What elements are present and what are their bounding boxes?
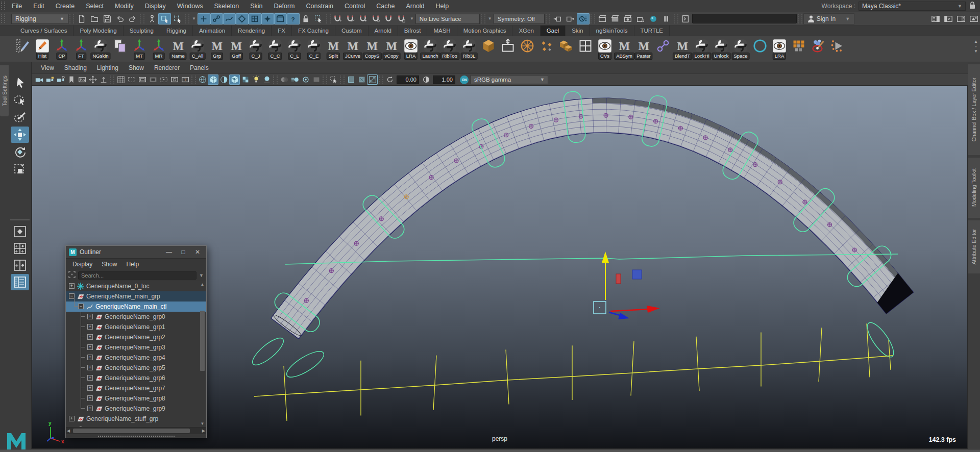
construction-history-icon[interactable] xyxy=(577,13,590,24)
shelf-button-copys[interactable]: MM CopyS xyxy=(362,37,382,61)
outliner-persp-layout[interactable] xyxy=(11,274,29,290)
use-default-material-icon[interactable] xyxy=(240,74,251,85)
search-input[interactable] xyxy=(78,271,197,280)
colorspace-dropdown[interactable]: sRGB gamma▼ xyxy=(471,75,548,84)
wireframe-icon[interactable] xyxy=(197,74,208,85)
outliner-item-generiquename_grp8[interactable]: +GeneriqueName_grp8 xyxy=(66,393,206,404)
outliner-item-generiquename_grp0[interactable]: +GeneriqueName_grp0 xyxy=(66,312,206,322)
undo-icon[interactable] xyxy=(113,13,126,24)
snap-to-curves-icon[interactable] xyxy=(345,13,357,24)
textured-icon[interactable] xyxy=(229,74,240,85)
chevron-down-icon[interactable]: ▼ xyxy=(486,16,494,21)
statusline-section-divider[interactable] xyxy=(674,14,678,23)
outliner-menu-display[interactable]: Display xyxy=(68,261,97,268)
expander-plus-icon[interactable]: + xyxy=(87,365,93,370)
vertical-scrollbar[interactable]: ▲ ▼ xyxy=(199,281,206,427)
shelf-button-rib3l[interactable]: Rib3L xyxy=(459,37,479,61)
menu-constrain[interactable]: Constrain xyxy=(301,0,339,12)
sign-in-button[interactable]: Sign In▼ xyxy=(803,13,854,24)
panel-menu-lighting[interactable]: Lighting xyxy=(92,64,124,71)
snap-to-projected-center-icon[interactable] xyxy=(370,13,383,24)
panel-menu-renderer[interactable]: Renderer xyxy=(149,64,185,71)
modeling-toolkit-toggle-icon[interactable] xyxy=(967,13,980,24)
menu-display[interactable]: Display xyxy=(139,0,172,12)
depth-of-field-icon[interactable] xyxy=(300,74,311,85)
attribute-editor-toggle-icon[interactable] xyxy=(929,13,942,24)
make-object-live-icon[interactable] xyxy=(396,13,408,24)
mask-rendering-icon[interactable] xyxy=(274,13,287,24)
xray-active-icon[interactable] xyxy=(356,74,367,85)
select-by-hierarchy-icon[interactable] xyxy=(145,13,158,24)
expander-plus-icon[interactable]: + xyxy=(87,314,93,319)
isolate-select-icon[interactable] xyxy=(328,74,339,85)
shelf-button-c_all[interactable]: C_All xyxy=(188,37,207,61)
scroll-right-icon[interactable]: ▶ xyxy=(202,429,205,433)
shelf-button-goff[interactable]: MM Goff xyxy=(227,37,246,61)
menu-windows[interactable]: Windows xyxy=(172,0,209,12)
expander-plus-icon[interactable]: + xyxy=(87,385,93,391)
quick-rename-field[interactable] xyxy=(692,14,797,23)
tool-settings-toggle-icon[interactable] xyxy=(942,13,954,24)
shelf-tab-curves-surfaces[interactable]: Curves / Surfaces xyxy=(14,26,74,36)
outliner-item-generiquename_grp6[interactable]: +GeneriqueName_grp6 xyxy=(66,373,206,383)
expander-plus-icon[interactable]: + xyxy=(87,324,93,330)
lights-icon[interactable] xyxy=(251,74,261,85)
shelf-button-mt[interactable]: MT xyxy=(130,37,149,61)
shelf-tab-rigging[interactable]: Rigging xyxy=(160,26,193,36)
sidebar-tab-modeling-toolkit[interactable]: Modeling Toolkit xyxy=(968,158,980,218)
scroll-up-icon[interactable]: ▲ xyxy=(199,282,206,287)
shelf-tab-fx[interactable]: FX xyxy=(272,26,292,36)
snap-to-view-planes-icon[interactable] xyxy=(383,13,396,24)
shelf-button-ngskin[interactable]: NGskin xyxy=(91,37,110,61)
screen-space-ao-icon[interactable] xyxy=(279,74,289,85)
filter-icon[interactable] xyxy=(68,271,76,280)
smooth-shade-all-icon[interactable] xyxy=(208,74,218,85)
shelf-button-particles[interactable] xyxy=(828,37,847,61)
flat-shade-icon[interactable] xyxy=(218,74,229,85)
rotate-tool[interactable] xyxy=(11,144,29,160)
shelf-button-orange-diamonds[interactable] xyxy=(537,37,556,61)
render-sphere-icon[interactable] xyxy=(647,13,660,24)
shelf-tab-skin[interactable]: Skin xyxy=(566,26,590,36)
shelf-button-joint-blue[interactable] xyxy=(653,37,673,61)
shelf-tab-motion-graphics[interactable]: Motion Graphics xyxy=(457,26,513,36)
horizontal-scrollbar[interactable]: ◀ ▶ xyxy=(66,427,206,434)
mask-handles-icon[interactable] xyxy=(198,13,210,24)
ipr-render-icon[interactable] xyxy=(622,13,634,24)
redo-icon[interactable] xyxy=(126,13,139,24)
outliner-menu-help[interactable]: Help xyxy=(121,261,143,268)
menu-cache[interactable]: Cache xyxy=(371,0,400,12)
select-by-object-icon[interactable] xyxy=(158,13,171,24)
paint-selection-tool[interactable] xyxy=(11,109,29,125)
sidebar-tab-attribute-editor[interactable]: Attribute Editor xyxy=(968,220,980,273)
image-plane-icon[interactable] xyxy=(77,74,87,85)
outliner-item-generiquename_grp5[interactable]: +GeneriqueName_grp5 xyxy=(66,363,206,373)
menu-deform[interactable]: Deform xyxy=(268,0,301,12)
shelf-tab-custom[interactable]: Custom xyxy=(335,26,369,36)
workspace-lock-icon[interactable] xyxy=(969,1,976,11)
chevron-down-icon[interactable]: ▼ xyxy=(408,16,415,21)
expander-plus-icon[interactable]: + xyxy=(87,375,93,381)
display-render-settings-icon[interactable] xyxy=(634,13,647,24)
select-by-component-icon[interactable] xyxy=(171,13,184,24)
shelf-button-jcurve[interactable]: MM JCurve xyxy=(343,37,362,61)
outliner-item-generiquename_main_grp[interactable]: −GeneriqueName_main_grp xyxy=(66,291,206,302)
horizontal-scroll-thumb[interactable] xyxy=(73,429,190,433)
statusline-section-divider[interactable] xyxy=(326,14,331,23)
two-pane-layout[interactable] xyxy=(11,257,29,273)
menu-skeleton[interactable]: Skeleton xyxy=(209,0,245,12)
highlight-selection-icon[interactable] xyxy=(312,13,325,24)
render-current-frame-icon[interactable] xyxy=(609,13,622,24)
mask-deformations-icon[interactable] xyxy=(249,13,261,24)
shelf-button-ft[interactable]: FT xyxy=(71,37,91,61)
lock-camera-icon[interactable] xyxy=(44,74,55,85)
shelf-button-orange-wheel[interactable] xyxy=(518,37,537,61)
motion-blur-icon[interactable] xyxy=(289,74,300,85)
snap-to-points-icon[interactable] xyxy=(357,13,370,24)
search-options-chevron-icon[interactable]: ▼ xyxy=(199,273,204,278)
shelf-button-shelf-editor[interactable] xyxy=(13,37,33,61)
panel-menu-show[interactable]: Show xyxy=(124,64,149,71)
shelf-button-grp[interactable]: MM Grp xyxy=(207,37,227,61)
panel-menu-shading[interactable]: Shading xyxy=(59,64,92,71)
menu-arnold[interactable]: Arnold xyxy=(400,0,430,12)
